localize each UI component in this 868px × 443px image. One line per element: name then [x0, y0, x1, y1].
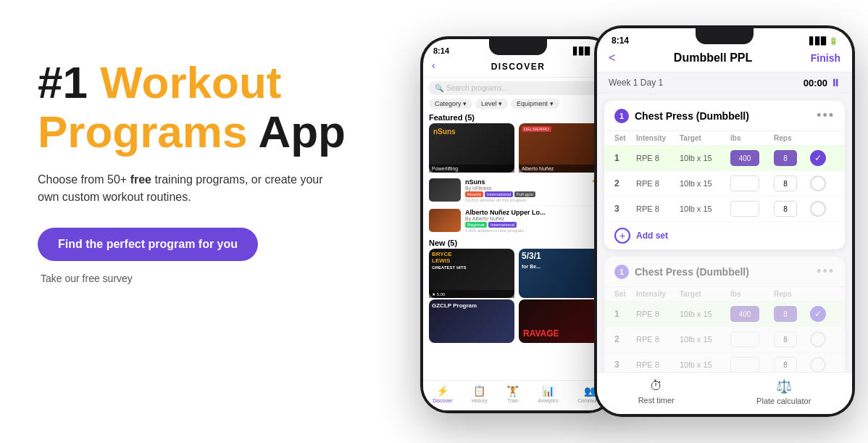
lower-card-2[interactable]: RAVAGE [519, 299, 604, 343]
new-label: New (5) [423, 237, 613, 249]
filter-equipment[interactable]: Equipment ▾ [511, 99, 559, 109]
hero-section: #1 Workout Programs App Choose from 50+ … [38, 58, 385, 284]
nav-analytics[interactable]: 📊 Analytics [538, 385, 559, 403]
nav-history[interactable]: 📋 History [472, 385, 488, 403]
exercise-number: 1 [614, 109, 629, 123]
more-options[interactable]: ••• [817, 108, 835, 123]
lbs-input-1[interactable]: 400 [730, 150, 759, 166]
lower-card-1[interactable]: GZCLP Program [429, 299, 514, 343]
exercise-name: Chest Press (Dumbbell) [635, 110, 817, 122]
set-row-2: 2 RPE 8 10lb x 15 8 [604, 171, 845, 196]
plate-calc-btn[interactable]: ⚖️ Plate calculator [756, 378, 811, 405]
phone-notch-right [696, 28, 754, 44]
add-set-icon: + [614, 228, 630, 244]
nav-discover[interactable]: ⚡ Discover [433, 385, 452, 403]
title-suffix: App [258, 107, 346, 157]
set-target-1: 10lb x 15 [680, 154, 730, 162]
cta-button[interactable]: Find the perfect program for you [38, 228, 258, 261]
check-2[interactable] [810, 175, 826, 191]
hero-subtitle: Choose from 50+ free training programs, … [38, 171, 342, 206]
set-intensity-1: RPE 8 [636, 154, 680, 162]
filter-category[interactable]: Category ▾ [429, 99, 472, 109]
nsuns-logo: nSuns [433, 128, 456, 136]
program-list: nSuns By nFitness Muscle International F… [423, 175, 613, 237]
timer: 00:00 ⏸ [804, 77, 840, 88]
program-item-2[interactable]: Alberto Nuñez Upper Lo... By Alberto Nuñ… [429, 206, 607, 236]
tracker-footer: ⏱ Rest timer ⚖️ Plate calculator [597, 372, 852, 414]
search-bar[interactable]: 🔍 Search programs... [429, 81, 607, 95]
discover-title: DISCOVER [491, 62, 546, 72]
lbs-input-2[interactable] [730, 175, 759, 191]
back-icon-left[interactable]: ‹ [432, 59, 435, 71]
pause-icon[interactable]: ⏸ [830, 77, 840, 88]
week-info: Week 1 Day 1 00:00 ⏸ [597, 73, 852, 94]
reps-input-2[interactable]: 8 [774, 175, 797, 191]
set-num-2: 2 [614, 178, 636, 189]
survey-link[interactable]: Take our free survey [41, 273, 385, 284]
set-row-1: 1 RPE 8 10lb x 15 400 8 ✓ [604, 146, 845, 171]
reps-input-3[interactable]: 8 [774, 201, 797, 217]
tracker-header: < Dumbbell PPL Finish [597, 49, 852, 73]
lbs-input-3[interactable] [730, 201, 759, 217]
nav-train[interactable]: 🏋️ Train [506, 385, 519, 403]
set-num-3: 3 [614, 204, 636, 214]
new-card-2[interactable]: 5/3/1for Be... [519, 249, 604, 298]
set-row-3: 3 RPE 8 10lb x 15 8 [604, 196, 845, 222]
phone-notch [489, 39, 547, 55]
back-button[interactable]: < [609, 51, 615, 65]
featured-badge: DELSIERRO [522, 126, 551, 132]
rest-timer-btn[interactable]: ⏱ Rest timer [638, 378, 675, 405]
title-number: #1 [38, 57, 88, 107]
set-target-3: 10lb x 15 [680, 204, 730, 213]
program-item-1[interactable]: nSuns By nFitness Muscle International F… [429, 175, 607, 206]
phone-tracker: 8:14 ▋▊▉ 🔋 < Dumbbell PPL Finish Week 1 … [594, 25, 855, 417]
set-num-1: 1 [614, 153, 636, 163]
reps-input-1[interactable]: 8 [774, 150, 797, 166]
featured-label: Featured (5) [423, 112, 613, 123]
add-set-row[interactable]: + Add set [604, 222, 845, 249]
phone-discover: 8:14 ▋▊▉ 🔋 ‹ DISCOVER 🔍 Search programs.… [420, 36, 616, 413]
status-time-left: 8:14 [433, 46, 449, 55]
phone-nav: ⚡ Discover 📋 History 🏋️ Train 📊 Analytic… [423, 380, 613, 410]
featured-card-2[interactable]: DELSIERRO Alberto Nuñez [519, 123, 604, 173]
status-icons-right: ▋▊▉ 🔋 [809, 37, 838, 45]
finish-button[interactable]: Finish [811, 52, 840, 64]
exercise-section-1: 1 Chest Press (Dumbbell) ••• Set Intensi… [604, 101, 845, 249]
set-intensity-2: RPE 8 [636, 179, 680, 188]
hero-title: #1 Workout Programs App [38, 58, 385, 157]
set-intensity-3: RPE 8 [636, 204, 680, 213]
add-set-label: Add set [636, 231, 668, 241]
set-target-2: 10lb x 15 [680, 179, 730, 188]
new-card-1[interactable]: BRYCELEWISGREATEST HITS ★ 5.00 [429, 249, 514, 298]
filter-level[interactable]: Level ▾ [475, 99, 508, 109]
status-time-right: 8:14 [612, 36, 629, 46]
check-1[interactable]: ✓ [810, 150, 826, 166]
check-3[interactable] [810, 201, 826, 217]
workout-title: Dumbbell PPL [674, 51, 752, 65]
featured-card-1[interactable]: nSuns Powerlifting [429, 123, 514, 173]
set-table-header: Set Intensity Target lbs Reps [604, 131, 845, 146]
